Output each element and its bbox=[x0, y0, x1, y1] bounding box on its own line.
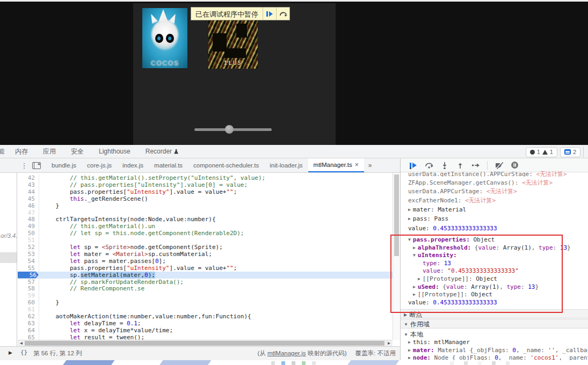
code-line-50[interactable]: 50 // let sp = this.node.getComponent(Re… bbox=[18, 230, 393, 237]
step-into-button[interactable] bbox=[440, 162, 449, 169]
line-number[interactable]: 49 bbox=[18, 223, 35, 230]
code-line-45[interactable]: 45 this._getRenderScene() bbox=[18, 195, 393, 202]
watch-row[interactable]: ▶mater: Material bbox=[401, 206, 588, 214]
line-number[interactable]: 60 bbox=[18, 299, 35, 306]
editor-horizontal-scrollbar[interactable]: ◄ ► bbox=[18, 340, 393, 346]
issues-counter[interactable]: 2 bbox=[560, 147, 580, 157]
code-line-56[interactable]: 56 sp.setMaterial(mater,0); bbox=[18, 272, 393, 279]
code-line-62[interactable]: 62 aotoMakerAction(time:number,value:num… bbox=[18, 313, 393, 320]
taskbar-icon[interactable] bbox=[464, 361, 468, 365]
navigator-toggle-icon[interactable] bbox=[32, 162, 41, 169]
code-line-54[interactable]: 54 let pass = mater.passes[0]; bbox=[18, 258, 393, 265]
banner-resume-button[interactable] bbox=[263, 8, 276, 20]
file-tab-core-js.js[interactable]: core-js.js bbox=[82, 158, 117, 172]
line-number[interactable]: 51 bbox=[18, 237, 35, 244]
step-over-button[interactable] bbox=[425, 162, 433, 169]
line-number[interactable]: 53 bbox=[18, 251, 35, 258]
code-line-52[interactable]: 52 let sp = <Sprite>node.getComponent(Sp… bbox=[18, 244, 393, 251]
scope-row[interactable]: ▶this: mtlManager bbox=[401, 339, 588, 347]
taskbar-icon[interactable] bbox=[450, 361, 454, 365]
panel-tab-recorder[interactable]: Recorder bbox=[138, 145, 186, 158]
panel-tab-performance-partial[interactable]: 能 bbox=[0, 145, 8, 158]
error-warning-counter[interactable]: 1 1 bbox=[526, 147, 557, 157]
sourcemap-link[interactable]: mtlManager.js bbox=[267, 350, 306, 356]
line-number[interactable]: 55 bbox=[18, 265, 35, 272]
expand-icon[interactable]: ▶ bbox=[408, 207, 411, 212]
file-tab-bundle.js[interactable]: bundle.js bbox=[46, 158, 82, 172]
panel-tab-security[interactable]: 安全 bbox=[63, 145, 91, 158]
line-number[interactable]: 44 bbox=[18, 188, 35, 195]
panel-tab-application[interactable]: 应用 bbox=[35, 145, 63, 158]
expand-icon[interactable]: ▶ bbox=[408, 216, 411, 221]
taskbar-icon[interactable] bbox=[506, 361, 510, 365]
code-editor[interactable]: 42 // this.getMaterial().setProperty("uI… bbox=[18, 173, 393, 340]
banner-step-over-button[interactable] bbox=[276, 8, 289, 20]
line-number[interactable]: 47 bbox=[18, 209, 35, 216]
watch-row[interactable]: ZFApp.SceneManager.getCanvas(): <无法计算> bbox=[401, 179, 588, 187]
code-line-49[interactable]: 49 // this.getMaterial().un bbox=[18, 223, 393, 230]
code-line-48[interactable]: 48 ctrlTargetuIntensity(node:Node,value:… bbox=[18, 216, 393, 223]
line-number[interactable]: 45 bbox=[18, 195, 35, 202]
file-tab-init-loader.js[interactable]: init-loader.js bbox=[264, 158, 308, 172]
scrollbar-thumb[interactable] bbox=[25, 341, 384, 346]
line-number[interactable]: 63 bbox=[18, 320, 35, 327]
line-number[interactable]: 46 bbox=[18, 202, 35, 209]
code-line-46[interactable]: 46 } bbox=[18, 202, 393, 209]
taskbar-icon[interactable] bbox=[292, 361, 295, 365]
line-number[interactable]: 54 bbox=[18, 258, 35, 265]
panel-tab-memory[interactable]: 内存 bbox=[8, 145, 35, 158]
code-line-43[interactable]: 43 // pass.properties["uIntensity"].valu… bbox=[18, 181, 393, 188]
taskbar-icon[interactable] bbox=[302, 361, 306, 365]
watch-row[interactable]: userData.getInstance().APPCurStage: <无法计… bbox=[401, 171, 588, 177]
line-number[interactable]: 61 bbox=[18, 306, 35, 313]
code-line-61[interactable]: 61 bbox=[18, 306, 393, 313]
game-canvas[interactable]: COCOS ILU5 bbox=[133, 3, 336, 147]
expand-icon[interactable]: ▶ bbox=[408, 340, 411, 345]
panel-tab-lighthouse[interactable]: Lighthouse bbox=[91, 145, 138, 158]
file-tab-index.js[interactable]: index.js bbox=[117, 158, 149, 172]
deactivate-breakpoints-button[interactable] bbox=[495, 162, 503, 169]
expand-icon[interactable]: ▶ bbox=[408, 348, 411, 353]
step-out-button[interactable] bbox=[456, 162, 464, 169]
line-number[interactable]: 58 bbox=[18, 285, 35, 292]
step-button[interactable] bbox=[471, 162, 480, 169]
expand-icon[interactable]: ▶ bbox=[408, 355, 411, 360]
scroll-left-arrow[interactable]: ◄ bbox=[18, 340, 25, 346]
code-line-59[interactable]: 59 bbox=[18, 292, 393, 299]
code-line-51[interactable]: 51 bbox=[18, 237, 393, 244]
scope-row[interactable]: ▶mater: Material {_objFlags: 0, _name: '… bbox=[401, 347, 588, 355]
code-line-42[interactable]: 42 // this.getMaterial().setProperty("uI… bbox=[18, 174, 393, 181]
resume-script-button[interactable] bbox=[409, 162, 418, 169]
execution-line-marker[interactable]: 56 bbox=[18, 272, 39, 279]
taskbar-icon[interactable] bbox=[478, 361, 482, 365]
scope-local-header[interactable]: ▼本地 bbox=[401, 330, 588, 338]
line-number[interactable]: 52 bbox=[18, 244, 35, 251]
menu-dots-icon[interactable]: ⋮ bbox=[20, 158, 28, 172]
collapse-icon[interactable]: ▼ bbox=[404, 332, 408, 337]
file-tab-active[interactable]: mtlManager.ts× bbox=[308, 158, 364, 172]
code-line-64[interactable]: 64 let x = delayTime*value/time; bbox=[18, 327, 393, 334]
line-number[interactable]: 42 bbox=[18, 174, 35, 181]
close-icon[interactable]: × bbox=[355, 161, 359, 169]
code-line-63[interactable]: 63 let delayTime = 0.1; bbox=[18, 320, 393, 327]
file-tab-material.ts[interactable]: material.ts bbox=[149, 158, 188, 172]
line-number[interactable]: 64 bbox=[18, 327, 35, 334]
code-line-47[interactable]: 47 bbox=[18, 209, 393, 216]
watch-row[interactable]: excFatherNode1: <无法计算> bbox=[401, 197, 588, 205]
code-line-58[interactable]: 58 // RenderComponent.se bbox=[18, 285, 393, 292]
scope-section-header[interactable]: ▼作用域 bbox=[401, 319, 588, 328]
line-number[interactable]: 50 bbox=[18, 230, 35, 237]
line-number[interactable]: 43 bbox=[18, 181, 35, 188]
taskbar-icon[interactable] bbox=[312, 361, 316, 365]
taskbar-icon[interactable] bbox=[271, 361, 275, 365]
collapse-icon[interactable]: ▼ bbox=[404, 322, 408, 327]
line-number[interactable]: 48 bbox=[18, 216, 35, 223]
line-number[interactable]: 62 bbox=[18, 313, 35, 320]
watch-row[interactable]: ▶pass: Pass bbox=[401, 215, 588, 223]
scope-row[interactable]: ▶node: Node {_objFlags: 0, _name: 'cocos… bbox=[401, 354, 588, 360]
code-line-57[interactable]: 57 // sp.markForUpdateRenderData(); bbox=[18, 279, 393, 286]
expand-icon[interactable]: ▶ bbox=[404, 312, 407, 317]
file-tab-component-scheduler.ts[interactable]: component-scheduler.ts bbox=[188, 158, 264, 172]
line-number[interactable]: 65 bbox=[18, 334, 35, 340]
navigator-selected-item[interactable] bbox=[0, 252, 17, 263]
